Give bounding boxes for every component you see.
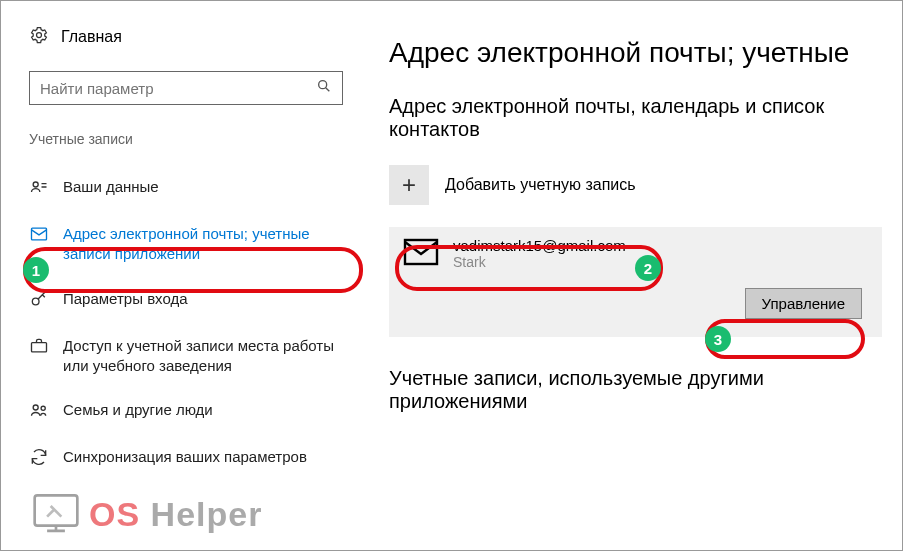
svg-point-6 [33, 405, 38, 410]
mail-icon [29, 224, 49, 247]
account-name: Stark [453, 254, 626, 270]
svg-rect-5 [32, 342, 47, 351]
nav-item-work-access[interactable]: Доступ к учетной записи места работы или… [29, 324, 343, 389]
nav-label: Синхронизация ваших параметров [63, 447, 307, 467]
add-account-label: Добавить учетную запись [445, 176, 636, 194]
nav-label: Ваши данные [63, 177, 159, 197]
people-icon [29, 400, 49, 423]
nav-item-email-accounts[interactable]: Адрес электронной почты; учетные записи … [29, 212, 343, 277]
watermark-helper: Helper [151, 495, 263, 533]
section-heading-other-apps: Учетные записи, используемые другими при… [389, 367, 882, 413]
manage-button[interactable]: Управление [745, 288, 862, 319]
nav-label: Параметры входа [63, 289, 188, 309]
nav-item-family[interactable]: Семья и другие люди [29, 388, 343, 435]
watermark: OS Helper [29, 490, 262, 538]
watermark-os: OS [89, 495, 140, 533]
plus-icon: + [389, 165, 429, 205]
account-email: vadimstark15@gmail.com [453, 237, 626, 254]
svg-point-4 [32, 298, 39, 305]
sidebar: Главная Учетные записи Ваши данные [1, 1, 359, 550]
nav-item-your-info[interactable]: Ваши данные [29, 165, 343, 212]
svg-rect-3 [32, 228, 47, 240]
search-icon [316, 78, 332, 98]
home-label: Главная [61, 28, 122, 46]
nav-item-sync[interactable]: Синхронизация ваших параметров [29, 435, 343, 482]
gear-icon [29, 25, 49, 49]
search-input-container[interactable] [29, 71, 343, 105]
nav-label: Доступ к учетной записи места работы или… [63, 336, 343, 377]
section-label: Учетные записи [29, 131, 343, 147]
briefcase-icon [29, 336, 49, 359]
main-panel: Адрес электронной почты; учетные Адрес э… [359, 1, 902, 550]
svg-point-0 [37, 33, 42, 38]
nav-item-signin-options[interactable]: Параметры входа [29, 277, 343, 324]
add-account-button[interactable]: + Добавить учетную запись [389, 165, 882, 205]
account-card[interactable]: vadimstark15@gmail.com Stark Управление [389, 227, 882, 337]
page-title: Адрес электронной почты; учетные [389, 37, 882, 69]
key-icon [29, 289, 49, 312]
home-link[interactable]: Главная [29, 25, 343, 49]
svg-point-2 [33, 182, 38, 187]
svg-point-7 [41, 406, 45, 410]
section-heading-email: Адрес электронной почты, календарь и спи… [389, 95, 882, 141]
search-input[interactable] [40, 80, 303, 97]
nav-label: Адрес электронной почты; учетные записи … [63, 224, 343, 265]
person-card-icon [29, 177, 49, 200]
svg-point-1 [319, 81, 327, 89]
envelope-icon [403, 238, 439, 270]
svg-rect-8 [405, 240, 437, 264]
nav-label: Семья и другие люди [63, 400, 213, 420]
sync-icon [29, 447, 49, 470]
